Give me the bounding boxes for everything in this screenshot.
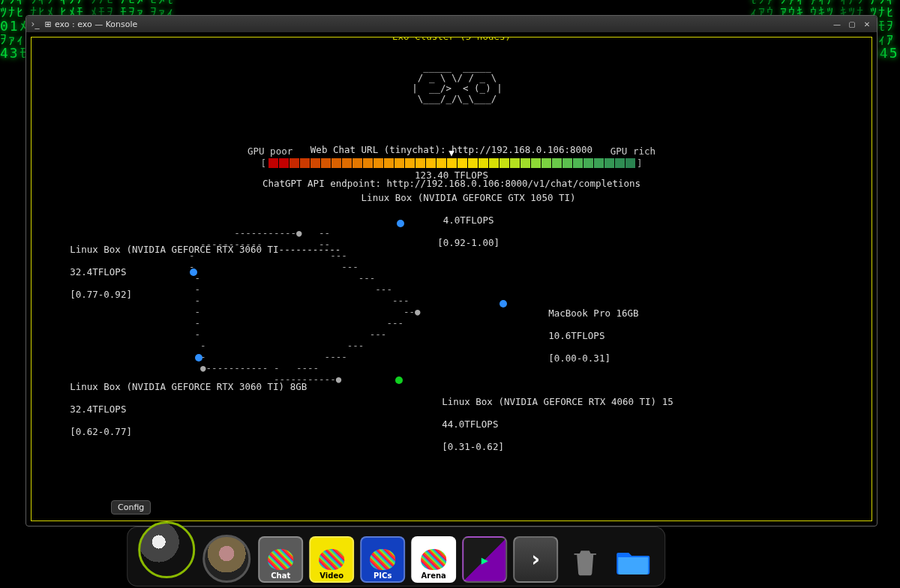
window-titlebar[interactable]: ›_ ⊞ exo : exo — Konsole — ▢ ✕ (26, 16, 877, 32)
minimize-button[interactable]: — (832, 19, 842, 29)
node-left-upper-title: Linux Box (NVIDIA GEFORCE RTX 3060 TI---… (70, 244, 340, 255)
node-top-range: [0.92-1.00] (437, 237, 500, 248)
gpu-poor-label: GPU poor (248, 146, 450, 157)
close-button[interactable]: ✕ (862, 19, 872, 29)
exo-ascii-logo: _____ _____ / _ \ \/ / _ \ | __/> < (_) … (400, 62, 502, 104)
app-icon: ⊞ (43, 20, 53, 29)
brain-icon (268, 549, 293, 570)
node-bottom-tflops: 44.0TFLOPS (442, 418, 498, 430)
node-right-title: MacBook Pro 16GB (548, 308, 638, 319)
gpu-meter: [ (32, 158, 872, 169)
gpu-scale-row: GPU poor GPU rich (32, 146, 872, 157)
terminal-window: ›_ ⊞ exo : exo — Konsole — ▢ ✕ Exo Clust… (26, 15, 878, 526)
node-left-lower: Linux Box (NVIDIA GEFORCE RTX 3060 TI) 8… (36, 370, 307, 448)
node-right-tflops: 10.6TFLOPS (548, 330, 604, 341)
terminal-body[interactable]: Exo Cluster (5 nodes) _____ _____ / _ \ … (31, 37, 872, 521)
brain-icon (421, 549, 446, 570)
dock-app-system-settings[interactable] (462, 536, 507, 583)
dock-folder[interactable] (612, 541, 654, 583)
node-dot-bottom (395, 376, 403, 384)
prompt-icon: ›_ (29, 19, 41, 29)
total-tflops: 123.40 TFLOPS (32, 170, 872, 181)
gpu-rich-label: GPU rich (453, 146, 656, 157)
node-left-upper-range: [0.77-0.92] (70, 289, 132, 300)
dock: Chat Video PICs Arena (127, 526, 665, 586)
maximize-button[interactable]: ▢ (847, 19, 857, 29)
dock-app-video[interactable]: Video (309, 536, 354, 583)
frame-title: Exo Cluster (5 nodes) (382, 37, 520, 42)
dock-app-pics[interactable]: PICs (360, 536, 405, 583)
brain-icon (319, 549, 344, 570)
node-bottom-title: Linux Box (NVIDIA GEFORCE RTX 4060 TI) 1… (442, 396, 674, 407)
node-dot-top (397, 220, 404, 227)
config-button[interactable]: Config (111, 500, 151, 514)
node-left-lower-title: Linux Box (NVIDIA GEFORCE RTX 3060 TI) 8… (70, 381, 307, 392)
dock-app-arena-label: Arena (422, 572, 446, 580)
node-top-tflops: 4.0TFLOPS (443, 214, 494, 226)
node-right: MacBook Pro 16GB 10.6TFLOPS [0.00-0.31] (514, 296, 639, 375)
dock-app-arena[interactable]: Arena (411, 536, 456, 583)
dock-app-chat[interactable]: Chat (258, 536, 303, 583)
node-bottom: Linux Box (NVIDIA GEFORCE RTX 4060 TI) 1… (408, 385, 674, 464)
dock-avatar-user[interactable] (202, 535, 250, 583)
node-bottom-range: [0.31-0.62] (442, 441, 504, 452)
node-left-upper: Linux Box (NVIDIA GEFORCE RTX 3060 TI---… (36, 232, 340, 311)
window-title: exo : exo — Konsole (55, 20, 832, 29)
dock-app-konsole[interactable] (513, 536, 558, 583)
node-left-lower-range: [0.62-0.77] (70, 426, 132, 437)
dock-trash[interactable] (564, 541, 606, 583)
brain-icon (370, 549, 395, 570)
node-left-upper-tflops: 32.4TFLOPS (70, 266, 126, 278)
node-dot-left-lower (195, 354, 202, 362)
dock-avatar-robot[interactable] (138, 521, 195, 578)
dock-app-pics-label: PICs (374, 572, 392, 580)
dock-app-chat-label: Chat (271, 572, 290, 580)
node-dot-right (500, 300, 507, 308)
node-top-title: Linux Box (NVIDIA GEFORCE GTX 1050 TI) (362, 192, 576, 203)
node-right-range: [0.00-0.31] (548, 352, 610, 364)
dock-app-video-label: Video (320, 572, 344, 580)
node-left-lower-tflops: 32.4TFLOPS (70, 404, 126, 415)
